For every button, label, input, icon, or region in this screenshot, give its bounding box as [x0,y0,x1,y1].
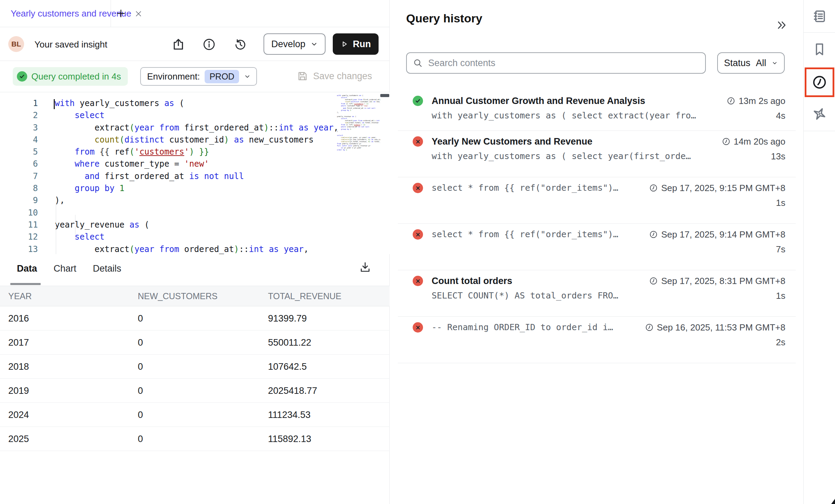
sql-editor[interactable]: 1234567891011121314151617181920212223242… [0,93,390,254]
code-line: where customer_type = 'new' [55,158,339,170]
history-item-time: Sep 17, 2025, 8:31 PM GMT+8 [649,275,785,287]
history-item[interactable]: Yearly New Customers and Revenue14m 20s … [398,131,796,177]
indent-guide [75,215,75,239]
table-cell: 0 [138,403,143,427]
history-item-time: 14m 20s ago [722,136,785,147]
history-item-query: SELECT COUNT(*) AS total_orders FRO… [432,290,618,301]
history-item[interactable]: select * from {{ ref("order_items")…Sep … [398,224,796,270]
magnifier-icon [413,58,423,68]
history-item-row: 1s [432,197,785,208]
table-row: 20180107642.5 [0,355,390,379]
share-icon[interactable] [172,38,185,51]
table-cell: 0 [138,379,143,403]
code-line: from {{ ref('customers') }} [55,146,339,158]
history-item-title: select * from {{ ref("order_items")… [432,182,618,194]
indent-guide [56,203,56,254]
tab-data[interactable]: Data [17,263,37,274]
history-item-time: 13m 2s ago [726,95,785,107]
editor-scrollbar-thumb[interactable] [380,94,389,97]
history-item[interactable]: -- Renaming ORDER_ID to order_id i…Sep 1… [398,317,796,363]
history-item-duration: 13s [771,151,785,162]
close-icon[interactable] [134,9,143,18]
history-item-title: Yearly New Customers and Revenue [432,136,592,147]
save-changes-button[interactable]: Save changes [297,70,372,82]
history-item-row: select * from {{ ref("order_items")…Sep … [432,229,785,240]
line-number: 5 [0,146,38,158]
table-row: 20170550011.22 [0,330,390,355]
line-number: 9 [0,195,38,207]
search-box [406,52,706,74]
table-cell: 111234.53 [268,403,311,427]
query-history-rail-button[interactable] [805,67,834,97]
line-number: 7 [0,170,38,182]
environment-label: Environment: [147,71,200,82]
divider [804,32,835,33]
time-text: 14m 20s ago [734,136,785,147]
editor-code[interactable]: with yearly_customers as ( select extrac… [55,97,339,254]
tab-chart[interactable]: Chart [54,263,76,274]
download-icon[interactable] [359,261,371,273]
table-header: YEARNEW_CUSTOMERSTOTAL_REVENUE [0,286,390,306]
clock-icon [649,183,658,192]
results-table: YEARNEW_CUSTOMERSTOTAL_REVENUE 201609139… [0,286,390,451]
history-item-row: Yearly New Customers and Revenue14m 20s … [432,136,785,147]
time-text: Sep 17, 2025, 8:31 PM GMT+8 [661,275,785,287]
results-tabs: DataChartDetails [17,263,121,274]
line-number: 3 [0,122,38,134]
bookmark-icon[interactable] [804,42,835,57]
code-line: extract(year from first_ordered_at)::int… [55,122,339,134]
table-row: 2016091399.79 [0,306,390,330]
time-text: Sep 17, 2025, 9:15 PM GMT+8 [661,182,785,194]
text-cursor [54,99,55,109]
code-line: ), [55,195,339,207]
avatar[interactable]: BL [8,36,24,52]
line-number: 13 [0,243,38,254]
history-item[interactable]: select * from {{ ref("order_items")…Sep … [398,177,796,224]
new-tab-button[interactable] [115,8,127,19]
code-line: select [55,231,339,243]
run-label: Run [353,39,371,50]
code-line: extract(year from ordered_at)::int as ye… [55,243,339,254]
history-item-row: 7s [432,244,785,255]
history-list: Annual Customer Growth and Revenue Analy… [390,90,803,363]
history-item[interactable]: Annual Customer Growth and Revenue Analy… [398,90,796,131]
status-filter-button[interactable]: Status All [717,52,785,74]
check-circle-icon [413,96,423,106]
history-item-query: with yearly_customers as ( select extrac… [432,110,696,121]
x-circle-icon [413,183,423,193]
code-line [55,207,339,219]
time-text: Sep 17, 2025, 9:14 PM GMT+8 [661,229,785,240]
history-item-duration: 1s [776,197,785,208]
editor-minimap[interactable]: with yearly_customers as ( select extrac… [337,93,380,254]
status-filter-value: All [756,58,766,69]
column-header: NEW_CUSTOMERS [138,286,218,306]
develop-button[interactable]: Develop [264,33,326,55]
history-item-row: with yearly_customers as ( select year(f… [432,151,785,162]
search-input[interactable] [428,58,699,69]
history-restore-icon[interactable] [234,38,247,51]
line-number: 12 [0,231,38,243]
history-item[interactable]: Count total ordersSep 17, 2025, 8:31 PM … [398,270,796,317]
minimap-line: order by 1 [337,149,380,151]
editor-panel: Yearly customers and revenue BL Your sav… [0,0,390,504]
table-cell: 2018 [8,355,29,379]
column-header: YEAR [8,286,32,306]
compass-star-icon[interactable] [804,106,835,122]
line-number: 11 [0,219,38,231]
double-chevron-right-icon[interactable] [776,19,787,31]
table-row: 20240111234.53 [0,403,390,427]
status-filter-label: Status [724,58,751,69]
history-item-row: -- Renaming ORDER_ID to order_id i…Sep 1… [432,322,785,333]
tab-details[interactable]: Details [93,263,122,274]
save-changes-label: Save changes [313,71,372,82]
line-number: 8 [0,182,38,195]
right-sidebar [803,0,835,504]
table-cell: 2025 [8,427,29,451]
environment-select[interactable]: Environment: PROD [140,67,257,86]
run-button[interactable]: Run [333,33,379,55]
tab-yearly-customers[interactable]: Yearly customers and revenue [0,0,111,27]
notebook-icon[interactable] [804,9,835,24]
info-icon[interactable] [203,38,216,51]
history-item-time: Sep 16, 2025, 11:53 PM GMT+8 [645,322,785,333]
code-line: yearly_revenue as ( [55,219,339,231]
